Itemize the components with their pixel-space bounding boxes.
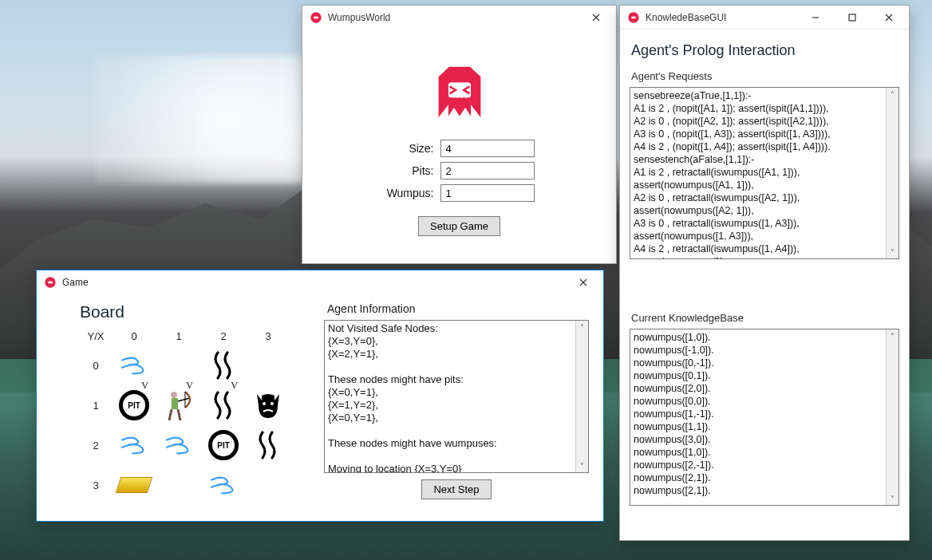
app-icon [309,10,323,25]
window-title: Game [62,277,565,288]
svg-rect-1 [314,17,318,19]
svg-point-10 [263,402,266,405]
scroll-down-icon[interactable]: ˅ [887,492,898,505]
row-header: 3 [93,479,98,491]
cell-1-1: V [158,386,199,424]
breeze-icon [119,354,149,377]
svg-rect-5 [849,14,855,21]
row-header: 2 [93,440,98,452]
cell-1-3 [247,386,289,424]
cell-2-3 [247,426,289,464]
scroll-down-icon[interactable]: ˅ [577,459,588,472]
stench-icon [211,349,236,381]
app-icon [626,10,641,25]
cell-3-0 [113,466,155,504]
scroll-up-icon[interactable]: ˄ [887,88,898,101]
svg-point-8 [171,392,177,398]
next-step-button[interactable]: Next Step [421,479,491,499]
scroll-up-icon[interactable]: ˄ [887,329,898,342]
cell-0-2 [203,346,244,385]
pit-label: PIT [128,401,140,410]
wumpus-label: Wumpus: [385,187,440,199]
stench-icon [211,389,236,421]
pit-label: PIT [217,441,230,450]
close-icon[interactable] [871,6,907,29]
breeze-icon [164,434,194,456]
requests-textarea[interactable]: sensebreeze(aTrue,[1,1]):- A1 is 2 , (no… [630,87,899,259]
visited-mark: V [186,380,193,392]
pit-icon: PIT [208,430,239,460]
size-label: Size: [385,142,440,155]
titlebar[interactable]: KnowledeBaseGUI [620,6,909,30]
scrollbar[interactable]: ˄ ˅ [575,321,588,472]
setup-game-button[interactable]: Setup Game [418,216,500,236]
minimize-icon[interactable] [797,6,834,29]
cell-2-2: PIT [203,426,244,464]
maximize-icon[interactable] [834,6,871,29]
kb-text: nowumpus([1,0]). nowumpus([-1,0]). nowum… [630,329,898,505]
app-icon [43,275,57,290]
pit-icon: PIT [119,390,149,420]
pits-label: Pits: [385,164,440,177]
cell-0-3 [247,346,289,385]
wumpus-input[interactable] [440,184,535,202]
board-heading: Board [80,302,324,321]
row-header: 1 [93,400,98,412]
cell-2-1 [158,426,199,464]
visited-mark: V [141,380,148,392]
kb-label: Current KnowledgeBase [620,312,909,329]
scrollbar[interactable]: ˄ ˅ [886,329,898,505]
cell-3-1 [158,466,199,504]
col-header: 2 [220,330,226,342]
window-title: KnowledeBaseGUI [646,12,797,23]
wumpus-logo-icon [424,53,496,125]
cell-1-0: V PIT [113,386,155,424]
hunter-icon [163,388,195,422]
svg-point-11 [271,402,274,405]
breeze-icon [208,474,239,496]
requests-text: sensebreeze(aTrue,[1,1]):- A1 is 2 , (no… [630,88,898,258]
gold-icon [116,477,152,493]
cell-1-2: V [203,386,244,424]
game-window: Game Board Y/X 0 1 2 3 0 [36,270,604,522]
scrollbar[interactable]: ˄ ˅ [886,88,898,258]
visited-mark: V [231,380,238,392]
scroll-down-icon[interactable]: ˅ [887,246,898,258]
cell-3-3 [247,466,289,504]
close-icon[interactable] [578,6,614,30]
requests-label: Agent's Requests [620,70,909,87]
stench-icon [255,429,281,461]
cell-0-1 [158,346,199,385]
wumpus-icon [252,389,284,421]
col-header: 3 [265,330,271,342]
knowledgebase-window: KnowledeBaseGUI Agent's Prolog Interacti… [619,5,910,541]
breeze-icon [119,434,149,456]
yx-label: Y/X [88,330,105,342]
col-header: 1 [176,330,181,342]
page-title: Agent's Prolog Interaction [620,30,909,70]
kb-textarea[interactable]: nowumpus([1,0]). nowumpus([-1,0]). nowum… [630,329,899,506]
titlebar[interactable]: WumpusWorld [302,6,616,30]
pits-input[interactable] [440,162,535,179]
cell-0-0 [113,346,155,385]
cell-3-2 [203,466,244,504]
titlebar[interactable]: Game [37,270,603,294]
col-header: 0 [131,330,136,342]
svg-rect-7 [48,282,52,284]
board-grid: Y/X 0 1 2 3 0 [80,326,324,505]
window-title: WumpusWorld [328,12,578,23]
svg-rect-4 [631,16,635,18]
cell-2-0 [113,426,155,464]
svg-rect-2 [448,82,470,97]
size-input[interactable] [440,140,535,157]
agent-info-text: Not Visited Safe Nodes: {X=3,Y=0}, {X=2,… [325,321,588,472]
agent-info-textarea[interactable]: Not Visited Safe Nodes: {X=3,Y=0}, {X=2,… [324,320,589,473]
close-icon[interactable] [565,270,602,294]
scroll-up-icon[interactable]: ˄ [577,321,588,333]
row-header: 0 [93,360,98,372]
svg-rect-9 [172,398,178,409]
wumpusworld-window: WumpusWorld Size: Pits: Wumpus: [302,5,617,264]
agent-info-label: Agent Information [324,302,589,315]
